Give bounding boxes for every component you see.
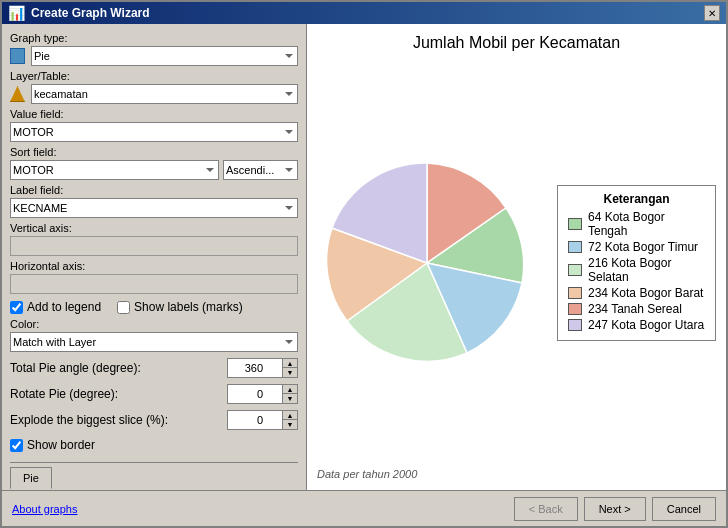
label-field-select[interactable]: KECNAME	[10, 198, 298, 218]
vertical-axis-select	[10, 236, 298, 256]
footer-buttons: < Back Next > Cancel	[514, 497, 716, 521]
rotate-pie-label: Rotate Pie (degree):	[10, 387, 118, 401]
legend-label-1: 64 Kota Bogor Tengah	[588, 210, 705, 238]
legend-color-6	[568, 319, 582, 331]
data-note: Data per tahun 2000	[317, 468, 716, 480]
legend-item-5: 234 Tanah Sereal	[568, 302, 705, 316]
value-field-row: Value field: MOTOR	[10, 108, 298, 142]
legend-label-5: 234 Tanah Sereal	[588, 302, 682, 316]
add-to-legend-row: Add to legend	[10, 300, 101, 314]
about-graphs-link[interactable]: About graphs	[12, 503, 77, 515]
cancel-button[interactable]: Cancel	[652, 497, 716, 521]
pie-chart	[317, 153, 537, 373]
rotate-pie-row: Rotate Pie (degree): 0 ▲ ▼	[10, 384, 298, 404]
graph-type-icon	[10, 48, 25, 64]
main-content: Graph type: Pie Layer/Table: kecamatan	[2, 24, 726, 490]
rotate-pie-down[interactable]: ▼	[283, 394, 297, 403]
legend-color-3	[568, 264, 582, 276]
legend-item-2: 72 Kota Bogor Timur	[568, 240, 705, 254]
next-button[interactable]: Next >	[584, 497, 646, 521]
total-pie-row: Total Pie angle (degree): 360 ▲ ▼	[10, 358, 298, 378]
title-bar: 📊 Create Graph Wizard ✕	[2, 2, 726, 24]
explode-up[interactable]: ▲	[283, 411, 297, 420]
legend-item-1: 64 Kota Bogor Tengah	[568, 210, 705, 238]
value-field-label: Value field:	[10, 108, 298, 120]
label-field-row: Label field: KECNAME	[10, 184, 298, 218]
legend-label-3: 216 Kota Bogor Selatan	[588, 256, 705, 284]
sort-field-row: Sort field: MOTOR Ascendi...	[10, 146, 298, 180]
value-field-select[interactable]: MOTOR	[10, 122, 298, 142]
legend-item-6: 247 Kota Bogor Utara	[568, 318, 705, 332]
legend-item-4: 234 Kota Bogor Barat	[568, 286, 705, 300]
explode-down[interactable]: ▼	[283, 420, 297, 429]
legend-color-4	[568, 287, 582, 299]
sort-field-select[interactable]: MOTOR	[10, 160, 219, 180]
graph-type-label: Graph type:	[10, 32, 298, 44]
legend-title: Keterangan	[568, 192, 705, 206]
horizontal-axis-select	[10, 274, 298, 294]
label-field-label: Label field:	[10, 184, 298, 196]
vertical-axis-label: Vertical axis:	[10, 222, 298, 234]
color-row: Color: Match with Layer	[10, 318, 298, 352]
window-title: Create Graph Wizard	[31, 6, 150, 20]
show-labels-row: Show labels (marks)	[117, 300, 243, 314]
horizontal-axis-row: Horizontal axis:	[10, 260, 298, 294]
add-to-legend-checkbox[interactable]	[10, 301, 23, 314]
pie-svg	[317, 153, 537, 373]
show-labels-label: Show labels (marks)	[134, 300, 243, 314]
total-pie-up[interactable]: ▲	[283, 359, 297, 368]
legend-item-3: 216 Kota Bogor Selatan	[568, 256, 705, 284]
layer-table-row: Layer/Table: kecamatan	[10, 70, 298, 104]
graph-type-row: Graph type: Pie	[10, 32, 298, 66]
total-pie-label: Total Pie angle (degree):	[10, 361, 141, 375]
rotate-pie-up[interactable]: ▲	[283, 385, 297, 394]
legend-color-1	[568, 218, 582, 230]
total-pie-down[interactable]: ▼	[283, 368, 297, 377]
create-graph-wizard-window: 📊 Create Graph Wizard ✕ Graph type: Pie …	[0, 0, 728, 528]
right-panel: Jumlah Mobil per Kecamatan	[307, 24, 726, 490]
legend-label-4: 234 Kota Bogor Barat	[588, 286, 703, 300]
legend-label-2: 72 Kota Bogor Timur	[588, 240, 698, 254]
legend-color-5	[568, 303, 582, 315]
horizontal-axis-label: Horizontal axis:	[10, 260, 298, 272]
sort-order-select[interactable]: Ascendi...	[223, 160, 298, 180]
total-pie-spin: 360 ▲ ▼	[227, 358, 298, 378]
layer-table-select[interactable]: kecamatan	[31, 84, 298, 104]
explode-row: Explode the biggest slice (%): 0 ▲ ▼	[10, 410, 298, 430]
color-select[interactable]: Match with Layer	[10, 332, 298, 352]
explode-label: Explode the biggest slice (%):	[10, 413, 168, 427]
footer: About graphs < Back Next > Cancel	[2, 490, 726, 526]
rotate-pie-input[interactable]: 0	[227, 384, 282, 404]
color-label: Color:	[10, 318, 298, 330]
left-bottom: Pie Add ▼ Load Template ▼	[10, 456, 298, 490]
layer-icon	[10, 86, 25, 102]
pie-tab[interactable]: Pie	[10, 467, 52, 489]
chart-title: Jumlah Mobil per Kecamatan	[317, 34, 716, 52]
tab-area: Pie	[10, 467, 298, 489]
legend-label-6: 247 Kota Bogor Utara	[588, 318, 704, 332]
graph-type-select[interactable]: Pie	[31, 46, 298, 66]
close-button[interactable]: ✕	[704, 5, 720, 21]
explode-input[interactable]: 0	[227, 410, 282, 430]
show-border-row: Show border	[10, 438, 298, 452]
show-labels-checkbox[interactable]	[117, 301, 130, 314]
left-panel: Graph type: Pie Layer/Table: kecamatan	[2, 24, 307, 490]
chart-area: Keterangan 64 Kota Bogor Tengah 72 Kota …	[317, 62, 716, 464]
explode-spin: 0 ▲ ▼	[227, 410, 298, 430]
legend: Keterangan 64 Kota Bogor Tengah 72 Kota …	[557, 185, 716, 341]
total-pie-input[interactable]: 360	[227, 358, 282, 378]
rotate-pie-spin: 0 ▲ ▼	[227, 384, 298, 404]
show-border-checkbox[interactable]	[10, 439, 23, 452]
sort-field-label: Sort field:	[10, 146, 298, 158]
layer-table-label: Layer/Table:	[10, 70, 298, 82]
add-to-legend-label: Add to legend	[27, 300, 101, 314]
show-border-label: Show border	[27, 438, 95, 452]
footer-left: About graphs	[12, 502, 77, 516]
back-button[interactable]: < Back	[514, 497, 578, 521]
vertical-axis-row: Vertical axis:	[10, 222, 298, 256]
legend-color-2	[568, 241, 582, 253]
window-icon: 📊	[8, 5, 25, 21]
